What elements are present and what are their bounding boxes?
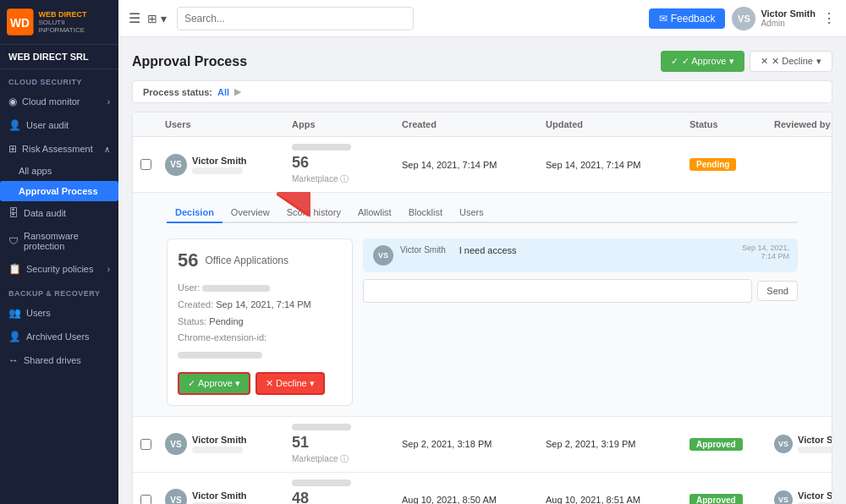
check-icon: ✓ <box>188 378 195 389</box>
svg-text:WD: WD <box>10 17 30 30</box>
company-name: WEB DIRECT SRL <box>0 45 118 69</box>
send-button[interactable]: Send <box>757 281 798 301</box>
user-sub-bar <box>192 446 243 453</box>
chat-message: VS Victor Smith I need access Sep 14, 20… <box>363 238 798 272</box>
approve-detail-button[interactable]: ✓ Approve ▾ <box>178 372 250 395</box>
row-checkbox[interactable] <box>140 159 151 170</box>
sidebar-sub-item-approval-process[interactable]: Approval Process <box>0 181 118 201</box>
approve-top-button[interactable]: ✓ ✓ Approve ▾ <box>661 51 744 72</box>
sidebar-item-label: Data audit <box>24 208 66 218</box>
checkbox-cell[interactable] <box>133 159 158 170</box>
table-row[interactable]: VS Victor Smith 56 Marketplace ⓘ <box>133 137 832 192</box>
user-name: Victor Smith <box>761 8 816 19</box>
grid-view-icon[interactable]: ⊞ ▾ <box>147 12 167 25</box>
tab-users[interactable]: Users <box>451 203 492 223</box>
reviewed-cell: VS Victor Smith <box>767 490 832 504</box>
detail-info: User: Created: Sep 14, 2021, 7:14 PM Sta… <box>178 280 342 364</box>
user-name-cell: Victor Smith <box>192 156 247 166</box>
process-status-value[interactable]: All <box>217 87 229 97</box>
sidebar-item-cloud-monitor[interactable]: ◉ Cloud monitor › <box>0 90 118 113</box>
drives-icon: ↔ <box>8 354 19 366</box>
detail-status: Pending <box>209 316 243 326</box>
sidebar-item-label: Ransomware protection <box>24 231 110 251</box>
user-cell: VS Victor Smith <box>158 154 285 176</box>
feedback-button[interactable]: ✉ Feedback <box>649 8 726 29</box>
main-area: ☰ ⊞ ▾ ✉ Feedback VS Victor Smith Admin ⋮… <box>118 0 846 504</box>
archived-icon: 👤 <box>8 331 21 342</box>
user-info[interactable]: VS Victor Smith Admin <box>732 7 816 30</box>
user-avatar-small: VS <box>165 489 187 504</box>
sidebar-sub-label: Approval Process <box>19 186 98 196</box>
sidebar-item-security-policies[interactable]: 📋 Security policies › <box>0 257 118 281</box>
section-title-backup: BACKUP & RECOVERY <box>0 281 118 301</box>
app-cell: 56 Marketplace ⓘ <box>285 144 395 185</box>
app-cell: 51 Marketplace ⓘ <box>285 424 395 465</box>
updated-cell: Sep 2, 2021, 3:19 PM <box>539 439 683 449</box>
table-row[interactable]: VS Victor Smith 51 Marketplace ⓘ <box>133 417 832 472</box>
th-checkbox <box>133 119 158 129</box>
sidebar-item-label: Archived Users <box>26 331 90 342</box>
search-input[interactable] <box>177 7 414 30</box>
checkbox-cell[interactable] <box>133 439 158 450</box>
updated-cell: Aug 10, 2021, 8:51 AM <box>539 495 683 504</box>
detail-app-name: Office Applications <box>205 255 288 266</box>
checkmark-icon: ✓ <box>671 56 678 67</box>
sidebar-item-label: Risk Assessment <box>22 144 93 154</box>
detail-tabs: Decision Overview Score history Allowlis… <box>167 203 798 223</box>
decline-top-button[interactable]: ✕ ✕ Decline ▾ <box>750 51 832 72</box>
decline-detail-button[interactable]: ✕ Decline ▾ <box>255 372 325 395</box>
sidebar-item-risk-assessment[interactable]: ⊞ Risk Assessment ∧ <box>0 137 118 161</box>
chat-input[interactable] <box>363 279 752 303</box>
chevron-up-icon: ∧ <box>104 145 110 154</box>
th-reviewed: Reviewed by <box>767 119 832 129</box>
table-row[interactable]: VS Victor Smith 48 Marketplace ⓘ <box>133 473 832 504</box>
chat-input-row: Send <box>363 279 798 303</box>
shield-icon: 🛡 <box>8 235 19 247</box>
reviewer-avatar: VS <box>774 490 793 504</box>
monitor-icon: ◉ <box>8 96 17 107</box>
tab-allowlist[interactable]: Allowlist <box>349 203 400 223</box>
detail-right-panel: VS Victor Smith I need access Sep 14, 20… <box>363 238 798 406</box>
content-area: Approval Process ✓ ✓ Approve ▾ ✕ ✕ Decli… <box>118 37 846 504</box>
sidebar-item-archived-users[interactable]: 👤 Archived Users <box>0 325 118 348</box>
chevron-icon: › <box>107 97 110 107</box>
sidebar-item-shared-drives[interactable]: ↔ Shared drives <box>0 348 118 372</box>
topbar: ☰ ⊞ ▾ ✉ Feedback VS Victor Smith Admin ⋮ <box>118 0 846 37</box>
user-avatar: VS <box>732 7 755 30</box>
table-container: Users Apps Created Updated Status Review… <box>132 112 832 504</box>
app-header: 56 Office Applications <box>178 249 342 271</box>
tab-blocklist[interactable]: Blocklist <box>400 203 451 223</box>
arrow-icon: ▶ <box>234 86 241 97</box>
th-updated: Updated <box>539 119 683 129</box>
sidebar-item-ransomware[interactable]: 🛡 Ransomware protection <box>0 225 118 257</box>
chevron-down-icon: ▾ <box>816 56 821 67</box>
detail-left-panel: 56 Office Applications User: Created: Se… <box>167 238 353 406</box>
sidebar-item-user-audit[interactable]: 👤 User audit <box>0 113 118 137</box>
app-label: Marketplace ⓘ <box>292 173 349 185</box>
tab-overview[interactable]: Overview <box>222 203 278 223</box>
chevron-down-icon: ▾ <box>729 56 734 67</box>
user-name-cell: Victor Smith <box>192 435 247 445</box>
status-badge: Approved <box>689 438 743 451</box>
more-options-icon[interactable]: ⋮ <box>822 10 836 26</box>
webdirect-logo-icon: WD <box>7 8 34 36</box>
user-avatar-small: VS <box>165 433 187 455</box>
sidebar-item-data-audit[interactable]: 🗄 Data audit <box>0 201 118 225</box>
detail-app-number: 56 <box>178 249 198 271</box>
process-status-bar: Process status: All ▶ <box>132 80 832 103</box>
tab-decision[interactable]: Decision <box>167 203 222 223</box>
row-checkbox[interactable] <box>140 495 151 504</box>
sidebar-sub-item-all-apps[interactable]: All apps <box>0 161 118 181</box>
checkbox-cell[interactable] <box>133 495 158 504</box>
user-role: Admin <box>761 19 816 28</box>
th-users: Users <box>158 119 285 129</box>
sidebar-item-label: Cloud monitor <box>22 96 80 107</box>
sidebar-item-users[interactable]: 👥 Users <box>0 301 118 325</box>
detail-actions: ✓ Approve ▾ ✕ Decline ▾ <box>178 372 342 395</box>
hamburger-icon[interactable]: ☰ <box>129 10 140 26</box>
user-bar <box>202 285 270 292</box>
app-label: Marketplace ⓘ <box>292 453 349 465</box>
row-checkbox[interactable] <box>140 439 151 450</box>
th-status: Status <box>683 119 767 129</box>
status-cell: Approved <box>683 494 767 504</box>
